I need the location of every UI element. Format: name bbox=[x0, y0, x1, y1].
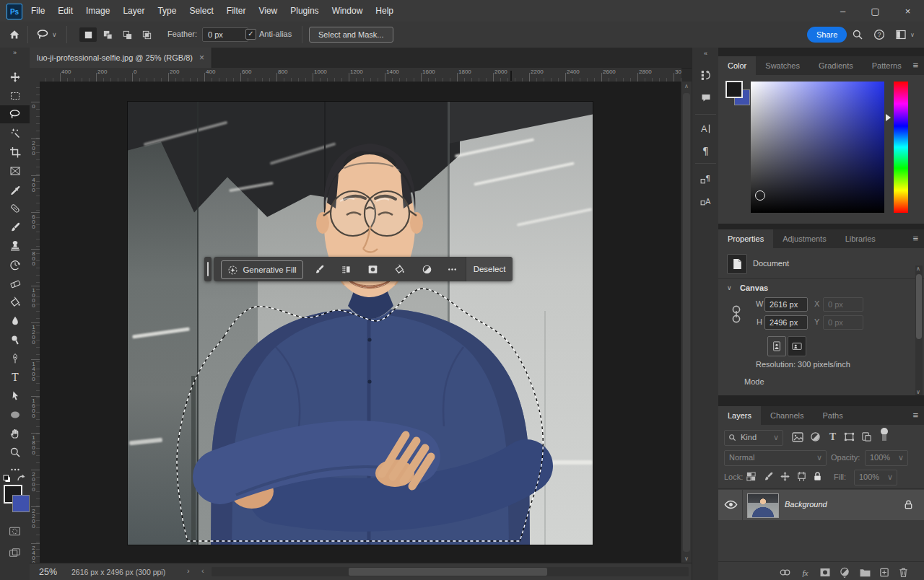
filter-type-icon[interactable]: T bbox=[827, 431, 838, 442]
deselect-button[interactable]: Deselect bbox=[466, 257, 513, 281]
adjustment-layer-icon[interactable] bbox=[839, 567, 850, 578]
horizontal-scroll-thumb[interactable] bbox=[349, 568, 547, 576]
filter-toggle[interactable] bbox=[880, 428, 889, 442]
lock-all-icon[interactable] bbox=[812, 471, 823, 482]
new-layer-icon[interactable] bbox=[879, 567, 890, 578]
eyedropper-tool[interactable] bbox=[0, 180, 30, 198]
taskbar-drag-handle[interactable] bbox=[204, 257, 212, 281]
intersect-selection-mode-button[interactable] bbox=[138, 27, 155, 42]
scroll-up-icon[interactable]: ∧ bbox=[681, 83, 692, 89]
share-button[interactable]: Share bbox=[807, 27, 847, 43]
vertical-scrollbar[interactable]: ∧ ∨ bbox=[681, 82, 692, 563]
feather-input[interactable]: 0 px bbox=[202, 27, 248, 42]
character-styles-panel-icon[interactable]: A bbox=[692, 190, 719, 211]
tab-swatches[interactable]: Swatches bbox=[756, 56, 809, 75]
layer-lock-icon[interactable] bbox=[903, 499, 914, 510]
invert-selection-button[interactable] bbox=[418, 260, 435, 278]
menu-layer[interactable]: Layer bbox=[116, 0, 151, 22]
y-input[interactable]: 0 px bbox=[823, 315, 863, 330]
filter-image-icon[interactable] bbox=[792, 432, 803, 442]
glyphs-panel-icon[interactable]: ¶ bbox=[692, 169, 719, 189]
filter-shape-icon[interactable] bbox=[844, 431, 855, 442]
anti-alias-checkbox[interactable]: ✓ bbox=[245, 29, 256, 40]
blend-mode-dropdown[interactable]: Normal ∨ bbox=[724, 450, 827, 466]
create-mask-button[interactable] bbox=[364, 260, 381, 278]
scroll-up-icon[interactable]: ∧ bbox=[916, 265, 920, 272]
tab-layers[interactable]: Layers bbox=[718, 406, 761, 425]
new-group-folder-icon[interactable] bbox=[859, 567, 871, 578]
zoom-level[interactable]: 25% bbox=[39, 567, 57, 577]
properties-scrollbar[interactable]: ∧ ∨ bbox=[915, 265, 923, 395]
menu-type[interactable]: Type bbox=[151, 0, 183, 22]
expand-panels-icon[interactable]: « bbox=[692, 48, 719, 59]
color-field[interactable] bbox=[751, 82, 884, 213]
background-color-swatch[interactable] bbox=[12, 495, 30, 512]
x-input[interactable]: 0 px bbox=[823, 297, 863, 312]
foreground-color-swatch[interactable] bbox=[725, 81, 743, 98]
collapse-tools-icon[interactable]: » bbox=[0, 49, 30, 56]
shape-tool[interactable] bbox=[0, 405, 30, 423]
collapse-section-icon[interactable]: ∨ bbox=[727, 284, 732, 291]
link-dimensions-icon[interactable] bbox=[731, 303, 741, 326]
blur-tool[interactable] bbox=[0, 312, 30, 330]
panel-menu-icon[interactable]: ≡ bbox=[912, 233, 918, 244]
tab-patterns[interactable]: Patterns bbox=[863, 56, 911, 75]
close-tab-icon[interactable]: × bbox=[199, 53, 204, 63]
landscape-orientation-button[interactable] bbox=[788, 336, 806, 356]
brush-tool[interactable] bbox=[0, 218, 30, 236]
filter-smart-object-icon[interactable] bbox=[861, 431, 872, 442]
lasso-tool-icon[interactable] bbox=[36, 28, 49, 41]
opacity-dropdown[interactable]: 100% ∨ bbox=[865, 450, 908, 466]
panel-menu-icon[interactable]: ≡ bbox=[912, 60, 918, 71]
lock-transparency-icon[interactable] bbox=[746, 471, 757, 482]
layer-visibility-eye-icon[interactable] bbox=[724, 499, 738, 510]
hue-slider[interactable] bbox=[894, 82, 908, 213]
menu-select[interactable]: Select bbox=[183, 0, 219, 22]
paragraph-panel-icon[interactable]: ¶ bbox=[692, 140, 719, 160]
horizontal-ruler[interactable]: 400 200 0 200 400 600 800 1000 1200 1400… bbox=[40, 68, 681, 82]
filter-adjustment-icon[interactable] bbox=[810, 431, 821, 442]
object-selection-tool[interactable] bbox=[0, 124, 30, 142]
add-to-selection-mode-button[interactable] bbox=[99, 27, 116, 42]
selection-brush-button[interactable] bbox=[310, 260, 328, 278]
more-options-button[interactable] bbox=[443, 260, 461, 278]
history-panel-icon[interactable] bbox=[692, 65, 719, 85]
close-button[interactable]: × bbox=[892, 0, 924, 22]
lock-position-icon[interactable] bbox=[780, 471, 790, 482]
clone-stamp-tool[interactable] bbox=[0, 237, 30, 255]
path-selection-tool[interactable] bbox=[0, 387, 30, 405]
tab-color[interactable]: Color bbox=[718, 56, 756, 75]
move-tool[interactable] bbox=[0, 68, 30, 86]
menu-help[interactable]: Help bbox=[369, 0, 400, 22]
tab-gradients[interactable]: Gradients bbox=[809, 56, 863, 75]
hand-tool[interactable] bbox=[0, 424, 30, 442]
comments-panel-icon[interactable] bbox=[692, 88, 719, 108]
layer-style-fx-icon[interactable]: fx bbox=[799, 567, 811, 578]
add-mask-icon[interactable] bbox=[819, 567, 831, 578]
height-input[interactable]: 2496 px bbox=[764, 315, 808, 330]
tab-libraries[interactable]: Libraries bbox=[836, 229, 885, 248]
fill-selection-button[interactable] bbox=[391, 260, 408, 278]
crop-tool[interactable] bbox=[0, 143, 30, 161]
delete-layer-trash-icon[interactable] bbox=[898, 567, 909, 578]
character-panel-icon[interactable]: A bbox=[692, 118, 719, 139]
scroll-thumb[interactable] bbox=[916, 274, 922, 339]
select-and-mask-button[interactable]: Select and Mask... bbox=[309, 27, 393, 43]
canvas-pasteboard[interactable]: Generative Fill bbox=[40, 82, 681, 563]
eraser-tool[interactable] bbox=[0, 274, 30, 292]
tab-channels[interactable]: Channels bbox=[761, 406, 813, 425]
default-colors-icon[interactable] bbox=[3, 475, 12, 483]
zoom-tool[interactable] bbox=[0, 443, 30, 461]
layer-filter-kind-dropdown[interactable]: Kind ∨ bbox=[724, 430, 783, 446]
pen-tool[interactable] bbox=[0, 349, 30, 367]
tab-adjustments[interactable]: Adjustments bbox=[773, 229, 836, 248]
marquee-tool[interactable] bbox=[0, 87, 30, 105]
refine-selection-button[interactable] bbox=[337, 260, 354, 278]
healing-brush-tool[interactable] bbox=[0, 199, 30, 217]
portrait-orientation-button[interactable] bbox=[767, 336, 786, 356]
lock-pixels-icon[interactable] bbox=[763, 471, 774, 482]
minimize-button[interactable]: – bbox=[827, 0, 859, 22]
vertical-ruler[interactable]: 0 200 400 600 800 1000 1200 1400 1600 18… bbox=[30, 82, 40, 563]
screen-mode-button[interactable] bbox=[0, 544, 30, 562]
search-icon[interactable] bbox=[852, 29, 863, 40]
